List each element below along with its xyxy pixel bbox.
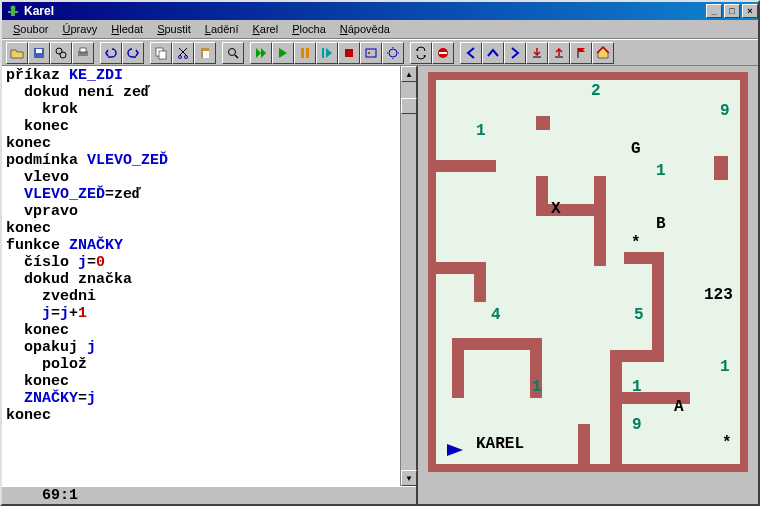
svg-rect-8 — [80, 48, 86, 52]
world-label: 1 — [656, 162, 666, 180]
world-pane: 2911GXB*451231119A*KAREL — [418, 66, 758, 504]
put-icon[interactable] — [526, 42, 548, 64]
trace-icon[interactable] — [360, 42, 382, 64]
svg-rect-10 — [159, 51, 166, 59]
client-area: příkaz KE_ZDI dokud není zeď krok koneck… — [2, 66, 758, 504]
editor-scrollbar[interactable]: ▲ ▼ — [400, 66, 416, 486]
world-label: KAREL — [476, 435, 524, 453]
svg-rect-25 — [439, 52, 447, 54]
save-icon[interactable] — [28, 42, 50, 64]
search-icon[interactable] — [222, 42, 244, 64]
world-label: 9 — [632, 416, 642, 434]
maximize-button[interactable]: □ — [724, 4, 740, 18]
svg-rect-2 — [8, 11, 18, 13]
svg-point-22 — [368, 52, 370, 54]
copy-icon[interactable] — [150, 42, 172, 64]
karel-world[interactable]: 2911GXB*451231119A*KAREL — [428, 72, 748, 472]
step-icon[interactable] — [316, 42, 338, 64]
pick-icon[interactable] — [548, 42, 570, 64]
menu-ladeni[interactable]: Ladění — [198, 21, 246, 37]
scroll-thumb[interactable] — [401, 98, 417, 114]
find-icon[interactable] — [50, 42, 72, 64]
svg-point-0 — [11, 6, 16, 11]
stop-icon[interactable] — [338, 42, 360, 64]
code-editor[interactable]: příkaz KE_ZDI dokud není zeď krok koneck… — [2, 66, 400, 486]
close-button[interactable]: × — [742, 4, 758, 18]
svg-line-16 — [235, 55, 238, 58]
minimize-button[interactable]: _ — [706, 4, 722, 18]
world-label: * — [631, 234, 641, 252]
svg-point-12 — [185, 55, 188, 58]
menu-soubor[interactable]: Soubor — [6, 21, 55, 37]
cursor-position: 69:1 — [42, 487, 78, 504]
app-icon — [6, 4, 20, 18]
world-label: * — [722, 434, 732, 452]
title-text: Karel — [24, 4, 54, 18]
menu-karel[interactable]: Karel — [245, 21, 285, 37]
flag-icon[interactable] — [570, 42, 592, 64]
arrow-up-icon[interactable] — [482, 42, 504, 64]
scroll-down-button[interactable]: ▼ — [401, 470, 417, 486]
svg-point-15 — [229, 48, 236, 55]
world-label: A — [674, 398, 684, 416]
karel-robot-icon — [446, 443, 464, 460]
editor-pane: příkaz KE_ZDI dokud není zeď krok koneck… — [2, 66, 418, 504]
run-icon[interactable] — [272, 42, 294, 64]
print-icon[interactable] — [72, 42, 94, 64]
svg-point-23 — [389, 49, 397, 57]
menu-hledat[interactable]: Hledat — [104, 21, 150, 37]
debug-icon[interactable] — [382, 42, 404, 64]
app-window: Karel _ □ × Soubor Úpravy Hledat Spustit… — [0, 0, 760, 506]
cut-icon[interactable] — [172, 42, 194, 64]
scroll-up-button[interactable]: ▲ — [401, 66, 417, 82]
no-entry-icon[interactable] — [432, 42, 454, 64]
world-label: 123 — [704, 286, 733, 304]
toolbar — [2, 39, 758, 66]
svg-rect-21 — [366, 49, 376, 57]
svg-rect-4 — [36, 49, 42, 53]
world-label: 4 — [491, 306, 501, 324]
paste-icon[interactable] — [194, 42, 216, 64]
world-label: 9 — [720, 102, 730, 120]
pause-icon[interactable] — [294, 42, 316, 64]
titlebar: Karel _ □ × — [2, 2, 758, 20]
svg-point-6 — [60, 52, 66, 58]
arrow-right-icon[interactable] — [504, 42, 526, 64]
home-icon[interactable] — [592, 42, 614, 64]
world-label: 1 — [532, 378, 542, 396]
redo-icon[interactable] — [122, 42, 144, 64]
world-label: G — [631, 140, 641, 158]
run-fast-icon[interactable] — [250, 42, 272, 64]
world-label: X — [551, 200, 561, 218]
undo-icon[interactable] — [100, 42, 122, 64]
menubar: Soubor Úpravy Hledat Spustit Ladění Kare… — [2, 20, 758, 39]
world-label: 1 — [632, 378, 642, 396]
arrow-left-icon[interactable] — [460, 42, 482, 64]
svg-rect-14 — [203, 51, 209, 58]
menu-plocha[interactable]: Plocha — [285, 21, 333, 37]
menu-napoveda[interactable]: Nápověda — [333, 21, 397, 37]
world-label: 1 — [720, 358, 730, 376]
sync-icon[interactable] — [410, 42, 432, 64]
open-icon[interactable] — [6, 42, 28, 64]
svg-rect-19 — [322, 48, 324, 58]
menu-spustit[interactable]: Spustit — [150, 21, 198, 37]
svg-rect-17 — [301, 48, 304, 58]
svg-rect-20 — [345, 49, 353, 57]
world-label: 5 — [634, 306, 644, 324]
world-label: 2 — [591, 82, 601, 100]
svg-rect-18 — [306, 48, 309, 58]
statusbar: 69:1 — [2, 486, 416, 504]
world-label: 1 — [476, 122, 486, 140]
svg-point-11 — [179, 55, 182, 58]
menu-upravy[interactable]: Úpravy — [55, 21, 104, 37]
world-label: B — [656, 215, 666, 233]
